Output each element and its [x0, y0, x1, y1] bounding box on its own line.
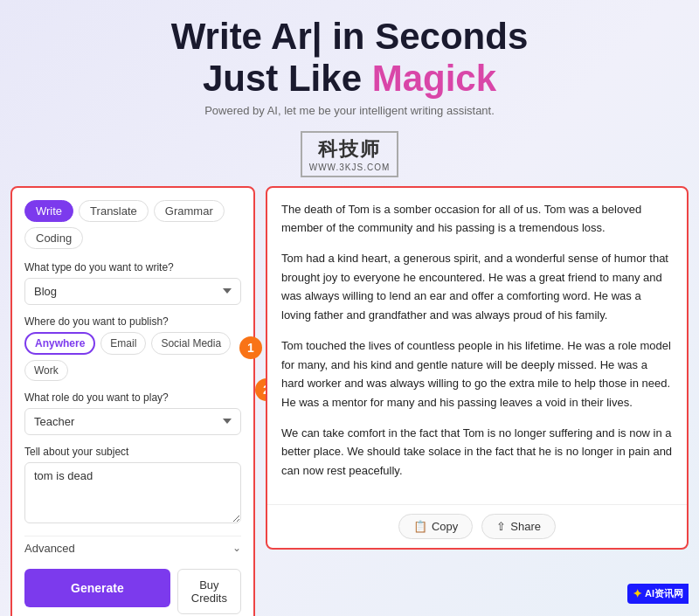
tabs: Write Translate Grammar Coding [24, 200, 241, 249]
share-button[interactable]: ⇧ Share [481, 514, 556, 539]
chevron-down-icon: ⌄ [232, 542, 241, 554]
type-select[interactable]: Blog Article Essay Story [24, 278, 241, 305]
ai-watermark: ✦ AI资讯网 [627, 584, 689, 604]
logo-chinese: 科技师 [318, 136, 381, 163]
logo-url: WWW.3KJS.COM [309, 163, 391, 172]
paragraph-3: Tom touched the lives of countless peopl… [281, 336, 673, 412]
role-select[interactable]: Teacher Writer Expert Friend [24, 408, 241, 435]
header: Write Ar| in Seconds Just Like Magick Po… [0, 0, 699, 126]
publish-work[interactable]: Work [24, 360, 68, 381]
right-panel-wrapper: 2 The death of Tom is a somber occasion … [266, 186, 689, 616]
subject-label: Tell about your subject [24, 446, 241, 458]
logo-box: 科技师 WWW.3KJS.COM [301, 131, 399, 177]
advanced-label: Advanced [24, 542, 75, 555]
generate-button[interactable]: Generate [24, 569, 170, 607]
tab-coding[interactable]: Coding [24, 227, 83, 249]
publish-options: Anywhere Email Social Media Work [24, 332, 241, 381]
main-content: 1 Write Translate Grammar Coding What ty… [0, 186, 699, 616]
publish-email[interactable]: Email [100, 332, 146, 355]
tab-grammar[interactable]: Grammar [154, 200, 225, 222]
subtitle: Powered by AI, let me be your intelligen… [17, 104, 682, 117]
tab-translate[interactable]: Translate [79, 200, 149, 222]
publish-anywhere[interactable]: Anywhere [24, 332, 95, 355]
copy-icon: 📋 [413, 520, 427, 533]
copy-button[interactable]: 📋 Copy [398, 514, 473, 539]
headline-line2: Just Like Magick [203, 58, 496, 99]
paragraph-2: Tom had a kind heart, a generous spirit,… [281, 249, 673, 324]
buy-credits-button[interactable]: Buy Credits [177, 569, 241, 614]
publish-social[interactable]: Social Media [151, 332, 231, 355]
share-icon: ⇧ [496, 520, 506, 533]
star-icon: ✦ [633, 587, 642, 600]
left-panel: 1 Write Translate Grammar Coding What ty… [10, 186, 255, 616]
right-panel: The death of Tom is a somber occasion fo… [266, 186, 689, 550]
advanced-row[interactable]: Advanced ⌄ [24, 536, 241, 560]
tab-write[interactable]: Write [24, 200, 73, 222]
paragraph-4: We can take comfort in the fact that Tom… [281, 424, 673, 480]
logo-area: 科技师 WWW.3KJS.COM [0, 131, 699, 177]
type-label: What type do you want to write? [24, 261, 241, 273]
headline: Write Ar| in Seconds Just Like Magick [17, 16, 682, 100]
publish-label: Where do you want to publish? [24, 315, 241, 328]
step-1-badge: 1 [239, 336, 262, 359]
subject-textarea[interactable]: tom is dead [24, 462, 241, 523]
generate-row: Generate Buy Credits [24, 569, 241, 614]
role-label: What role do you want to play? [24, 391, 241, 404]
text-output[interactable]: The death of Tom is a somber occasion fo… [267, 188, 687, 505]
paragraph-1: The death of Tom is a somber occasion fo… [281, 200, 673, 238]
output-actions: 📋 Copy ⇧ Share [267, 504, 687, 548]
headline-line1: Write Ar| in Seconds [171, 16, 529, 57]
